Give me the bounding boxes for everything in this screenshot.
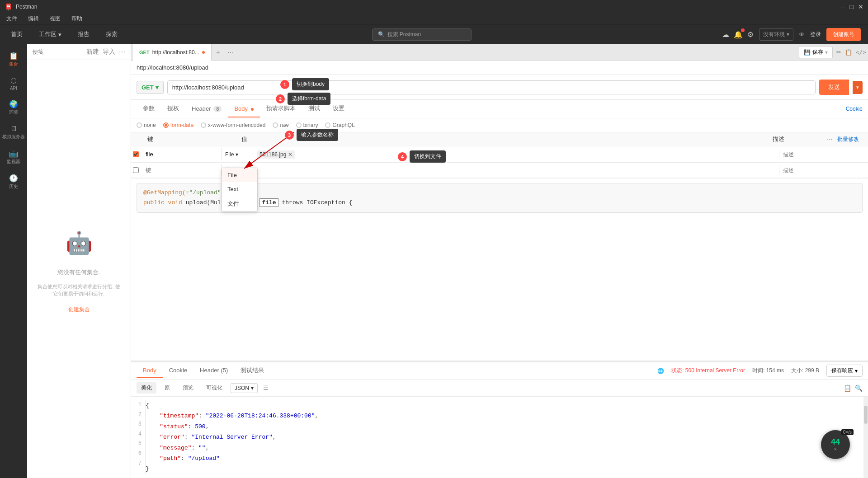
desc-column-header: 描述 (773, 135, 827, 143)
body-type-none[interactable]: none (137, 122, 156, 128)
copy-icon[interactable]: 📋 (845, 49, 852, 56)
param-key-input-2[interactable] (142, 164, 222, 176)
body-type-graphql[interactable]: GraphQL (325, 122, 354, 128)
batch-edit-btn[interactable]: 批量修改 (837, 136, 859, 143)
create-account-button[interactable]: 创建账号 (826, 28, 861, 41)
save-response-button[interactable]: 保存响应 ▾ (826, 365, 863, 377)
environment-select[interactable]: 没有环境 ▾ (759, 28, 793, 41)
resp-tab-header[interactable]: Header (5) (193, 363, 234, 378)
import-button[interactable]: 导入 (103, 48, 115, 56)
dropdown-option-file[interactable]: File (222, 168, 257, 182)
row-more-btn[interactable]: ⋯ (827, 136, 833, 143)
nav-reports[interactable]: 报告 (74, 28, 93, 40)
tab-params[interactable]: 参数 (137, 100, 161, 118)
menu-edit[interactable]: 编辑 (25, 14, 42, 23)
fmt-tab-raw[interactable]: 原 (160, 382, 175, 394)
menu-view[interactable]: 视图 (47, 14, 63, 23)
tab-settings[interactable]: 设置 (326, 100, 351, 118)
resp-line-4: "error": "Internal Server Error", (146, 432, 864, 442)
send-arrow-button[interactable]: ▾ (853, 81, 863, 94)
tab-unsaved-indicator (202, 51, 205, 54)
param-checkbox-1[interactable] (133, 151, 139, 157)
sidebar-item-api[interactable]: ⬡ API (0, 73, 27, 94)
fmt-tab-visualize[interactable]: 可视化 (202, 382, 227, 394)
body-type-raw[interactable]: raw (273, 122, 288, 128)
sort-icon[interactable]: ☰ (263, 384, 269, 391)
sidebar-label-api: API (10, 86, 17, 91)
param-desc-1[interactable] (779, 149, 868, 160)
body-type-binary[interactable]: binary (296, 122, 318, 128)
menu-help[interactable]: 帮助 (69, 14, 85, 23)
response-meta: 🌐 状态: 500 Internal Server Error 时间: 154 … (657, 365, 863, 377)
collections-icon: 📋 (9, 52, 18, 60)
eye-icon[interactable]: 👁 (799, 31, 805, 38)
edit-icon[interactable]: ✏ (836, 49, 841, 56)
resp-line-2: "timestamp": "2022-06-20T18:24:46.338+00… (146, 411, 864, 421)
param-desc-2[interactable] (779, 164, 868, 176)
method-chevron: ▾ (156, 84, 159, 91)
send-button[interactable]: 发送 (819, 80, 849, 95)
response-panel: Body Cookie Header (5) 测试结果 🌐 状态: 500 In… (131, 361, 868, 478)
sidebar-item-monitor[interactable]: 📺 监视器 (0, 145, 27, 169)
cloud-icon[interactable]: ☁ (722, 30, 729, 39)
method-label: GET (142, 84, 154, 91)
tab-header[interactable]: Header 8 (185, 101, 228, 117)
resp-tab-cookie[interactable]: Cookie (163, 363, 193, 378)
body-type-urlencoded[interactable]: x-www-form-urlencoded (201, 122, 265, 128)
body-type-formdata[interactable]: form-data (163, 122, 193, 128)
tab-body[interactable]: Body (228, 101, 259, 117)
close-button[interactable]: ✕ (858, 3, 863, 10)
maximize-button[interactable]: □ (850, 3, 854, 10)
fmt-tab-preview[interactable]: 预览 (178, 382, 198, 394)
request-tab[interactable]: GET http://localhost:80... (133, 44, 212, 61)
tab-tests[interactable]: 测试 (302, 100, 326, 118)
param-key-input-1[interactable] (142, 148, 222, 160)
nav-home[interactable]: 首页 (7, 28, 26, 40)
dropdown-option-text[interactable]: Text (222, 182, 257, 196)
menu-file[interactable]: 文件 (4, 14, 20, 23)
cookie-link[interactable]: Cookie (846, 106, 863, 112)
param-value-input-2[interactable] (225, 167, 775, 173)
response-time: 时间: 154 ms (752, 367, 784, 375)
url-input[interactable] (167, 80, 816, 94)
fmt-tab-pretty[interactable]: 美化 (137, 382, 156, 394)
file-tag-close[interactable]: ✕ (288, 151, 292, 158)
resp-tab-body[interactable]: Body (137, 363, 163, 378)
sidebar-item-mock[interactable]: 🖥 模拟服务器 (0, 121, 27, 144)
search-box[interactable]: 🔍 搜索 Postman (372, 28, 472, 41)
method-select[interactable]: GET ▾ (137, 81, 164, 94)
nav-workspace[interactable]: 工作区 ▾ (35, 28, 65, 40)
sidebar-item-collections[interactable]: 📋 集合 (0, 48, 27, 71)
file-type-select[interactable]: File ▾ (222, 151, 253, 158)
minimize-button[interactable]: ─ (841, 3, 845, 10)
bell-icon[interactable]: 🔔 (734, 30, 743, 39)
panel-more-button[interactable]: ⋯ (119, 48, 125, 56)
app-title: Postman (16, 4, 37, 10)
tab-auth[interactable]: 授权 (161, 100, 185, 118)
param-checkbox-2[interactable] (133, 167, 139, 173)
tab-more-button[interactable]: ⋯ (225, 46, 236, 58)
tab-prerequest[interactable]: 预请求脚本 (260, 100, 302, 118)
globe-icon: 🌐 (657, 368, 664, 374)
settings-icon[interactable]: ⚙ (747, 30, 754, 39)
dropdown-option-wenjian[interactable]: 文件 (222, 196, 257, 211)
resp-tab-tests[interactable]: 测试结果 (234, 363, 270, 379)
copy-response-button[interactable]: 📋 (844, 384, 851, 392)
sidebar: 📋 集合 ⬡ API 🌍 环境 🖥 模拟服务器 📺 监视器 🕐 历史 (0, 44, 27, 478)
code-icon[interactable]: </> (856, 49, 866, 56)
signin-button[interactable]: 登录 (810, 31, 821, 38)
sidebar-item-environment[interactable]: 🌍 环境 (0, 96, 27, 119)
json-format-select[interactable]: JSON ▾ (231, 383, 258, 393)
nav-explore[interactable]: 探索 (102, 28, 121, 40)
new-collection-button[interactable]: 新建 (86, 48, 99, 56)
create-collection-link[interactable]: 创建集合 (68, 306, 90, 314)
save-chevron: ▾ (825, 49, 828, 56)
code-highlight-file: file (259, 198, 278, 207)
save-button[interactable]: 💾 保存 ▾ (799, 46, 833, 58)
method-url-row: GET ▾ 发送 ▾ (131, 75, 868, 100)
scrollbar[interactable] (863, 397, 868, 478)
sidebar-item-history[interactable]: 🕐 历史 (0, 170, 27, 193)
search-response-button[interactable]: 🔍 (855, 384, 863, 392)
add-tab-button[interactable]: + (212, 46, 225, 59)
environment-icon: 🌍 (9, 100, 18, 108)
